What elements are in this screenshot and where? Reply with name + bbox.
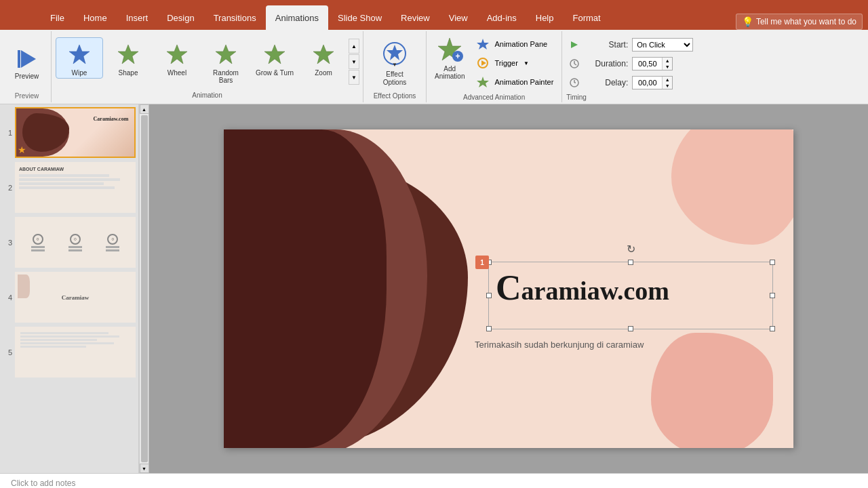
shape-label: Shape: [119, 69, 138, 77]
slide-thumbnail-1[interactable]: Caramiaw.com ★: [15, 107, 136, 158]
scroll-up-button[interactable]: ▲: [349, 39, 359, 54]
trigger-dropdown-icon: ▼: [524, 60, 529, 66]
svg-marker-5: [167, 45, 187, 64]
scroll-down-slide-button[interactable]: ▼: [140, 464, 149, 473]
delay-increment[interactable]: ▲: [663, 77, 672, 83]
add-animation-button[interactable]: + AddAnimation: [431, 34, 469, 81]
svg-marker-4: [118, 45, 138, 64]
wheel-icon: [163, 41, 191, 68]
tab-slideshow[interactable]: Slide Show: [328, 5, 391, 30]
handle-bottom-left[interactable]: [486, 326, 492, 331]
slide-number-5: 5: [3, 348, 12, 357]
advanced-animation-group: + AddAnimation A: [427, 31, 562, 102]
animation-zoom[interactable]: Zoom: [300, 37, 347, 79]
tab-help[interactable]: Help: [526, 5, 564, 30]
subtitle-text: Terimakasih sudah berkunjung di caramiaw: [475, 340, 644, 350]
tab-insert[interactable]: Insert: [117, 5, 158, 30]
rotate-handle[interactable]: ↻: [624, 242, 637, 256]
animation-painter-icon: [475, 75, 490, 89]
tab-format[interactable]: Format: [564, 5, 610, 30]
svg-marker-0: [21, 50, 36, 68]
slide-number-2: 2: [3, 184, 12, 192]
animation-scroll-buttons: ▲ ▼ ▼: [349, 39, 359, 85]
preview-button[interactable]: Preview: [8, 43, 46, 83]
duration-spinner[interactable]: 00,50 ▲ ▼: [632, 57, 673, 70]
svg-marker-15: [477, 39, 489, 49]
wipe-icon: [66, 41, 93, 68]
background-blob-3: [651, 333, 773, 448]
scroll-down-button[interactable]: ▼: [349, 54, 359, 69]
slide-thumbnail-5[interactable]: [15, 327, 136, 378]
start-select[interactable]: On Click: [632, 38, 693, 52]
timing-delay-row: Delay: 00,00 ▲ ▼: [569, 75, 693, 91]
slide-thumbnail-2[interactable]: ABOUT CARAMIAW: [15, 162, 136, 213]
animation-random-bars[interactable]: Random Bars: [202, 37, 250, 86]
slide-thumbnail-3[interactable]: ○ ○ ○: [15, 217, 136, 268]
wheel-label: Wheel: [167, 69, 186, 77]
timing-start-row: Start: On Click: [569, 37, 693, 53]
tab-transitions[interactable]: Transitions: [204, 5, 266, 30]
scroll-more-button[interactable]: ▼: [349, 70, 359, 85]
tab-file[interactable]: File: [41, 5, 74, 30]
duration-icon: [569, 58, 580, 69]
tab-view[interactable]: View: [439, 5, 477, 30]
preview-group-label: Preview: [15, 91, 39, 100]
advanced-animation-label: Advanced Animation: [431, 91, 557, 101]
add-animation-icon: +: [435, 35, 465, 65]
svg-marker-7: [264, 45, 285, 64]
animation-wheel[interactable]: Wheel: [153, 37, 201, 79]
tab-design[interactable]: Design: [157, 5, 203, 30]
slide-canvas[interactable]: ↻ 1 Caramiaw.com: [224, 129, 793, 448]
delay-spinner[interactable]: 00,00 ▲ ▼: [632, 76, 673, 89]
background-blob-2: [671, 129, 793, 245]
tab-home[interactable]: Home: [74, 5, 117, 30]
svg-text:▼: ▼: [392, 62, 397, 68]
slide-thumb-row-2: 2 ABOUT CARAMIAW: [3, 162, 136, 213]
tab-review[interactable]: Review: [391, 5, 439, 30]
slide-thumb-row-3: 3 ○ ○: [3, 217, 136, 268]
slide-thumb-row-1: 1 Caramiaw.com ★: [3, 107, 136, 158]
main-slide-text[interactable]: Caramiaw.com: [489, 262, 772, 310]
delay-spinner-buttons: ▲ ▼: [662, 77, 672, 89]
notes-bar[interactable]: Click to add notes: [0, 473, 868, 488]
duration-spinner-buttons: ▲ ▼: [662, 58, 672, 70]
handle-bottom-middle[interactable]: [628, 326, 633, 331]
animation-group: Wipe Shape: [52, 31, 363, 102]
handle-bottom-right[interactable]: [770, 326, 775, 331]
duration-value: 00,50: [633, 60, 662, 68]
animation-pane-button[interactable]: Animation Pane: [471, 35, 557, 53]
svg-marker-8: [313, 45, 334, 64]
main-text-content: aramiaw.com: [521, 277, 669, 305]
tell-me-area: 💡 Tell me what you want to do: [736, 0, 868, 30]
slide-animation-star-1: ★: [18, 144, 26, 155]
slide-thumbnail-4[interactable]: Caramiaw: [15, 272, 136, 323]
grow-turn-label: Grow & Turn: [256, 69, 294, 77]
tell-me-button[interactable]: 💡 Tell me what you want to do: [736, 14, 863, 30]
grow-turn-icon: [261, 41, 288, 68]
selected-textbox[interactable]: ↻ 1 Caramiaw.com: [488, 262, 773, 329]
trigger-button[interactable]: Trigger ▼: [471, 54, 557, 72]
trigger-icon: [475, 56, 490, 70]
slide-number-1: 1: [3, 129, 12, 137]
slide-number-3: 3: [3, 239, 12, 247]
animation-shape[interactable]: Shape: [104, 37, 152, 79]
timing-duration-row: Duration: 00,50 ▲ ▼: [569, 56, 693, 72]
tab-animations[interactable]: Animations: [266, 5, 328, 30]
duration-decrement[interactable]: ▼: [663, 64, 672, 70]
animation-grow-turn[interactable]: Grow & Turn: [251, 37, 298, 79]
scroll-up-slide-button[interactable]: ▲: [140, 104, 149, 114]
trigger-label: Trigger: [494, 59, 517, 67]
animation-wipe[interactable]: Wipe: [56, 37, 103, 79]
delay-decrement[interactable]: ▼: [663, 83, 672, 89]
effect-options-button[interactable]: ▼ EffectOptions: [368, 34, 422, 89]
animation-painter-label: Animation Painter: [494, 78, 553, 86]
animation-painter-button[interactable]: Animation Painter: [471, 73, 557, 91]
animation-group-label: Animation: [54, 89, 360, 99]
delay-value: 00,00: [633, 79, 662, 87]
duration-label: Duration:: [584, 59, 628, 68]
start-label: Start:: [584, 40, 628, 49]
svg-rect-1: [18, 50, 20, 68]
duration-increment[interactable]: ▲: [663, 58, 672, 64]
slide-panel: 1 Caramiaw.com ★ 2: [0, 104, 139, 473]
tab-addins[interactable]: Add-ins: [477, 5, 526, 30]
